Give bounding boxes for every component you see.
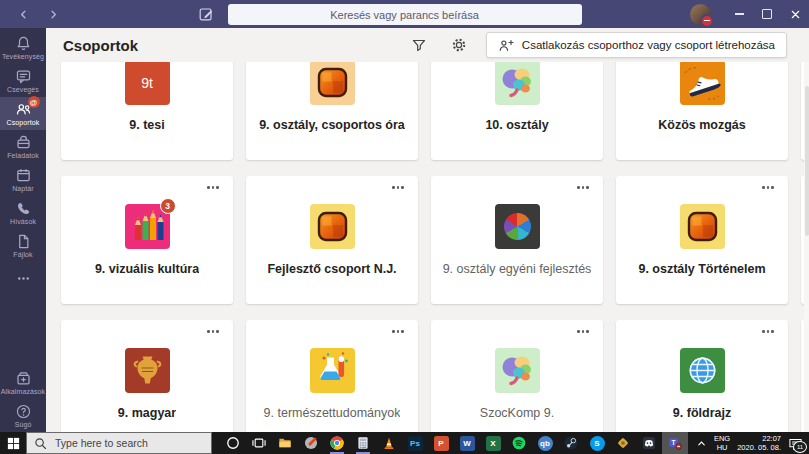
team-tile	[680, 204, 725, 249]
language-indicator[interactable]: ENG HU	[714, 434, 730, 453]
new-chat-icon[interactable]	[198, 6, 214, 22]
taskbar-vlc[interactable]	[376, 432, 402, 454]
main-panel: Csoportok Csatlakozás csoporthoz vagy cs…	[46, 28, 809, 432]
ccleaner-icon	[304, 436, 318, 450]
gear-icon[interactable]	[450, 36, 468, 54]
scrollbar[interactable]	[804, 62, 809, 432]
windows-logo-icon	[7, 437, 20, 450]
team-card[interactable]: 9. természettudományok	[246, 320, 418, 432]
team-card[interactable]: 9. magyar	[61, 320, 233, 432]
taskbar-qbittorrent[interactable]: qb	[532, 432, 558, 454]
more-options-icon[interactable]	[575, 184, 591, 191]
action-center-button[interactable]: 11	[788, 437, 803, 450]
taskbar-skype[interactable]: S	[584, 432, 610, 454]
windows-search-input[interactable]	[53, 436, 204, 450]
sidebar-item-calls[interactable]: Hívások	[0, 196, 46, 229]
clock-time: 22:07	[762, 434, 781, 443]
sidebar-item-chat[interactable]: Csevegés	[0, 64, 46, 97]
minimize-button[interactable]	[725, 0, 753, 28]
filter-icon[interactable]	[410, 36, 428, 54]
calendar-icon	[15, 167, 32, 184]
busy-status-icon	[700, 14, 714, 28]
sidebar-item-assignments[interactable]: Feladatok	[0, 130, 46, 163]
taskbar-discord[interactable]	[636, 432, 662, 454]
sidebar-item-label: Súgó	[15, 421, 32, 428]
excel-icon: X	[486, 436, 501, 451]
back-icon[interactable]	[16, 7, 30, 21]
sidebar-item-files[interactable]: Fájlok	[0, 229, 46, 262]
sidebar-item-apps[interactable]: Alkalmazások	[0, 366, 46, 399]
team-card[interactable]: 9. földrajz	[616, 320, 788, 432]
taskbar-task-view[interactable]	[246, 432, 272, 454]
more-options-icon[interactable]	[390, 184, 406, 191]
avatar[interactable]	[690, 4, 711, 25]
team-card[interactable]: 9. osztály egyéni fejlesztés	[431, 176, 603, 304]
team-name: 9. földrajz	[673, 406, 731, 420]
taskbar-calculator[interactable]	[350, 432, 376, 454]
team-card[interactable]: SzocKomp 9.	[431, 320, 603, 432]
minimize-icon	[735, 13, 744, 14]
sidebar-item-calendar[interactable]: Naptár	[0, 163, 46, 196]
more-options-icon[interactable]	[205, 328, 221, 335]
taskbar-steam[interactable]	[558, 432, 584, 454]
sidebar-item-teams[interactable]: @ Csoportok	[0, 97, 46, 130]
start-button[interactable]	[0, 432, 26, 454]
taskbar-powerpoint[interactable]: P	[428, 432, 454, 454]
team-card[interactable]: 9t 9. tesi	[61, 62, 233, 160]
team-tile	[495, 204, 540, 249]
clock[interactable]: 22:07 2020. 05. 08.	[737, 434, 781, 453]
taskbar-cortana[interactable]	[220, 432, 246, 454]
sidebar-item-label: Fájlok	[13, 251, 32, 258]
search-icon	[34, 437, 47, 450]
command-search-input[interactable]	[228, 4, 582, 25]
team-card[interactable]: 9. osztály, csoportos óra	[246, 62, 418, 160]
windows-search-box[interactable]	[26, 432, 212, 454]
teams-card-area: 9t 9. tesi 9. osztály, csoportos óra 10.…	[46, 62, 809, 432]
join-or-create-team-button[interactable]: Csatlakozás csoporthoz vagy csoport létr…	[486, 32, 787, 58]
more-options-icon[interactable]	[760, 184, 776, 191]
team-card[interactable]: Közös mozgás	[616, 62, 788, 160]
forward-icon[interactable]	[46, 7, 60, 21]
close-button[interactable]	[781, 0, 809, 28]
more-options-icon[interactable]	[760, 328, 776, 335]
team-card[interactable]: 3 9. vizuális kultúra	[61, 176, 233, 304]
taskbar-chrome[interactable]	[324, 432, 350, 454]
taskbar-photoshop[interactable]: Ps	[402, 432, 428, 454]
taskbar-file-explorer[interactable]	[272, 432, 298, 454]
taskbar-teams[interactable]: T	[662, 432, 688, 454]
unread-badge: 3	[160, 198, 176, 214]
team-tile	[495, 62, 540, 105]
maximize-button[interactable]	[753, 0, 781, 28]
scrollbar-thumb[interactable]	[805, 86, 809, 236]
sidebar-item-activity[interactable]: Tevékenység	[0, 31, 46, 64]
team-card[interactable]: Fejlesztő csoport N.J.	[246, 176, 418, 304]
sidebar-item-more[interactable]	[0, 262, 46, 295]
taskbar-word[interactable]: W	[454, 432, 480, 454]
titlebar	[0, 0, 809, 28]
more-options-icon[interactable]	[390, 328, 406, 335]
taskbar-ccleaner[interactable]	[298, 432, 324, 454]
people-icon: @	[15, 101, 32, 118]
team-name: SzocKomp 9.	[480, 406, 554, 420]
team-card[interactable]: 9. osztály Történelem	[616, 176, 788, 304]
notification-count-badge: 11	[793, 441, 807, 453]
phone-icon	[15, 200, 32, 217]
bag-icon	[15, 134, 32, 151]
more-options-icon[interactable]	[205, 184, 221, 191]
amphora-icon	[125, 348, 170, 393]
sidebar-item-help[interactable]: Súgó	[0, 399, 46, 432]
team-card[interactable]: 10. osztály	[431, 62, 603, 160]
taskbar-excel[interactable]: X	[480, 432, 506, 454]
powerpoint-icon: P	[434, 436, 449, 451]
file-explorer-icon	[278, 436, 292, 450]
chevron-up-icon[interactable]	[696, 438, 707, 449]
word-icon: W	[460, 436, 475, 451]
spotify-icon	[512, 436, 526, 450]
maximize-icon	[762, 9, 772, 19]
language-top: ENG	[714, 434, 730, 443]
more-options-icon[interactable]	[575, 328, 591, 335]
taskbar-game[interactable]	[610, 432, 636, 454]
taskbar-spotify[interactable]	[506, 432, 532, 454]
sidebar-item-label: Naptár	[12, 185, 34, 192]
sidebar-item-label: Alkalmazások	[1, 388, 45, 395]
